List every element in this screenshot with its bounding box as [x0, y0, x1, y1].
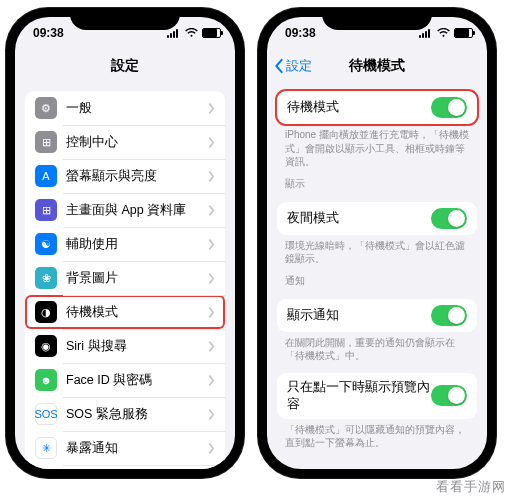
row-label: 顯示通知 [287, 307, 431, 324]
show-notif-toggle[interactable] [431, 305, 467, 326]
control-center-icon: ⊞ [35, 131, 57, 153]
settings-list[interactable]: ⚙一般⊞控制中心A螢幕顯示與亮度⊞主畫面與 App 資料庫☯輔助使用❀背景圖片◑… [15, 83, 235, 469]
show-notif-row[interactable]: 顯示通知 [277, 299, 477, 332]
preview-row[interactable]: 只在點一下時顯示預覽內容 [277, 373, 477, 419]
row-label: Siri 與搜尋 [66, 338, 208, 355]
row-label: 控制中心 [66, 134, 208, 151]
row-label: 待機模式 [66, 304, 208, 321]
row-label: 暴露通知 [66, 440, 208, 457]
row-label: 螢幕顯示與亮度 [66, 168, 208, 185]
night-mode-row[interactable]: 夜間模式 [277, 202, 477, 235]
battery-icon [202, 28, 221, 38]
page-title: 設定 [111, 57, 139, 75]
chevron-right-icon [208, 239, 215, 250]
settings-row-wallpaper[interactable]: ❀背景圖片 [25, 261, 225, 295]
chevron-right-icon [208, 341, 215, 352]
notif-footer: 在關閉此開關，重要的通知仍會顯示在「待機模式」中。 [267, 332, 487, 363]
row-label: 背景圖片 [66, 270, 208, 287]
watermark: 看看手游网 [436, 478, 506, 496]
chevron-right-icon [208, 103, 215, 114]
faceid-icon: ☻ [35, 369, 57, 391]
night-footer: 環境光線暗時，「待機模式」會以紅色濾鏡顯示。 [267, 235, 487, 266]
settings-row-siri[interactable]: ◉Siri 與搜尋 [25, 329, 225, 363]
general-icon: ⚙ [35, 97, 57, 119]
row-label: 一般 [66, 100, 208, 117]
chevron-right-icon [208, 409, 215, 420]
signal-icon [419, 28, 433, 38]
settings-row-display[interactable]: A螢幕顯示與亮度 [25, 159, 225, 193]
wifi-icon [437, 28, 450, 38]
chevron-left-icon [273, 58, 285, 74]
battery-icon [454, 28, 473, 38]
status-time: 09:38 [33, 26, 64, 40]
sos-icon: SOS [35, 403, 57, 425]
standby-main-group: 待機模式 [277, 91, 477, 124]
phone-right: 09:38 設定 待機模式 待機模式 [258, 8, 496, 478]
settings-row-general[interactable]: ⚙一般 [25, 91, 225, 125]
chevron-right-icon [208, 171, 215, 182]
preview-footer: 「待機模式」可以隱藏通知的預覽內容，直到點一下螢幕為止。 [267, 419, 487, 450]
chevron-right-icon [208, 137, 215, 148]
settings-row-faceid[interactable]: ☻Face ID 與密碼 [25, 363, 225, 397]
status-time: 09:38 [285, 26, 316, 40]
display-icon: A [35, 165, 57, 187]
home-screen-icon: ⊞ [35, 199, 57, 221]
phone-left: 09:38 設定 ⚙一般⊞控制中心A螢幕顯示與亮度⊞主畫面與 App 資料庫☯輔… [6, 8, 244, 478]
notif-section-header: 通知 [267, 266, 487, 291]
row-label: Face ID 與密碼 [66, 372, 208, 389]
settings-row-sos[interactable]: SOSSOS 緊急服務 [25, 397, 225, 431]
nav-header: 設定 待機模式 [267, 49, 487, 83]
display-group: 夜間模式 [277, 202, 477, 235]
display-section-header: 顯示 [267, 169, 487, 194]
wifi-icon [185, 28, 198, 38]
standby-toggle-row[interactable]: 待機模式 [277, 91, 477, 124]
chevron-right-icon [208, 205, 215, 216]
accessibility-icon: ☯ [35, 233, 57, 255]
settings-row-standby[interactable]: ◑待機模式 [25, 295, 225, 329]
back-button[interactable]: 設定 [273, 57, 312, 75]
chevron-right-icon [208, 443, 215, 454]
preview-group: 只在點一下時顯示預覽內容 [277, 373, 477, 419]
settings-row-exposure[interactable]: ✳暴露通知 [25, 431, 225, 465]
settings-row-accessibility[interactable]: ☯輔助使用 [25, 227, 225, 261]
notch [70, 8, 180, 30]
signal-icon [167, 28, 181, 38]
siri-icon: ◉ [35, 335, 57, 357]
night-mode-toggle[interactable] [431, 208, 467, 229]
nav-header: 設定 [15, 49, 235, 83]
settings-row-home-screen[interactable]: ⊞主畫面與 App 資料庫 [25, 193, 225, 227]
exposure-icon: ✳ [35, 437, 57, 459]
settings-row-control-center[interactable]: ⊞控制中心 [25, 125, 225, 159]
row-label: 輔助使用 [66, 236, 208, 253]
standby-toggle[interactable] [431, 97, 467, 118]
wallpaper-icon: ❀ [35, 267, 57, 289]
row-label: 夜間模式 [287, 210, 431, 227]
back-label: 設定 [286, 57, 312, 75]
chevron-right-icon [208, 375, 215, 386]
chevron-right-icon [208, 307, 215, 318]
settings-row-battery[interactable]: ▮電池 [25, 465, 225, 469]
row-label: 待機模式 [287, 99, 431, 116]
row-label: SOS 緊急服務 [66, 406, 208, 423]
row-label: 主畫面與 App 資料庫 [66, 202, 208, 219]
standby-footer: iPhone 擺向橫放並進行充電時，「待機模式」會開啟以顯示小工具、相框或時鐘等… [267, 124, 487, 169]
notif-group: 顯示通知 [277, 299, 477, 332]
chevron-right-icon [208, 273, 215, 284]
row-label: 只在點一下時顯示預覽內容 [287, 379, 431, 413]
preview-toggle[interactable] [431, 385, 467, 406]
standby-settings[interactable]: 待機模式 iPhone 擺向橫放並進行充電時，「待機模式」會開啟以顯示小工具、相… [267, 83, 487, 469]
notch [322, 8, 432, 30]
page-title: 待機模式 [349, 57, 405, 75]
standby-icon: ◑ [35, 301, 57, 323]
